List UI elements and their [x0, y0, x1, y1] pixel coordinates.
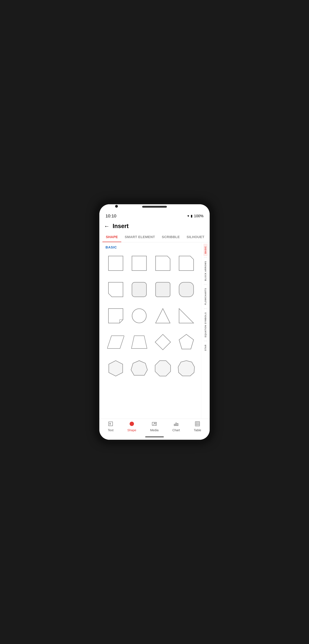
nav-chart-label: Chart: [172, 428, 180, 432]
nav-shape[interactable]: Shape: [127, 421, 136, 432]
side-divider-1: [204, 257, 207, 258]
svg-rect-25: [195, 422, 200, 426]
nav-chart[interactable]: Chart: [172, 421, 180, 432]
shape-octagon[interactable]: [152, 358, 174, 379]
nav-text-label: Text: [108, 428, 114, 432]
shape-right-triangle[interactable]: [176, 305, 197, 327]
svg-rect-0: [108, 256, 123, 270]
shape-rounded-rect-2[interactable]: [152, 279, 174, 300]
chart-icon: [174, 421, 178, 428]
nav-table[interactable]: Table: [194, 421, 201, 432]
shape-nonagon[interactable]: [176, 358, 197, 379]
shape-rounded-rect[interactable]: [128, 279, 150, 300]
shape-triangle[interactable]: [152, 305, 174, 327]
svg-point-18: [130, 422, 134, 426]
tab-silhouette[interactable]: SILHOUET: [183, 232, 208, 242]
nav-media-label: Media: [150, 428, 158, 432]
shape-pentagon[interactable]: [176, 331, 197, 353]
shape-icon: [129, 421, 134, 428]
shape-parallelogram[interactable]: [105, 331, 126, 353]
shape-row-5: [104, 358, 198, 379]
shape-grid: BASIC: [99, 242, 201, 419]
nav-text[interactable]: T Text: [108, 421, 114, 432]
section-basic-label: BASIC: [104, 245, 198, 250]
svg-point-21: [155, 423, 156, 424]
svg-rect-22: [174, 424, 175, 426]
table-icon: [195, 421, 200, 428]
shape-heptagon[interactable]: [128, 358, 150, 379]
svg-rect-4: [179, 282, 194, 297]
svg-rect-1: [132, 256, 146, 270]
nav-media[interactable]: Media: [150, 421, 158, 432]
shape-rectangle-2[interactable]: [128, 252, 150, 274]
svg-rect-2: [132, 282, 146, 297]
svg-marker-7: [179, 308, 194, 323]
phone-frame: 10:10 ▾ ▮ 100% ← Insert SHAPE SMART ELEM…: [96, 202, 212, 442]
back-button[interactable]: ←: [104, 223, 110, 230]
svg-marker-11: [179, 334, 194, 349]
svg-marker-20: [153, 423, 156, 425]
wifi-icon: ▾: [188, 214, 189, 218]
svg-point-5: [132, 309, 146, 323]
media-icon: [152, 421, 157, 428]
side-divider-4: [204, 341, 207, 341]
status-icons: ▾ ▮ 100%: [188, 214, 204, 218]
side-index-equation-symbols[interactable]: EQUATION SYMBOLS: [204, 310, 208, 340]
tab-smart-element[interactable]: SMART ELEMENT: [121, 232, 158, 242]
svg-marker-14: [155, 361, 170, 376]
side-divider-3: [204, 308, 207, 309]
page-title: Insert: [113, 223, 128, 230]
header: ← Insert: [99, 220, 210, 232]
shape-squircle[interactable]: [176, 279, 197, 300]
side-index-basic[interactable]: BASIC: [204, 244, 208, 256]
svg-marker-6: [156, 308, 170, 323]
side-index-flowcharts[interactable]: FLOWCHARTS: [204, 286, 208, 307]
shape-row-4: [104, 331, 198, 353]
phone-inner: 10:10 ▾ ▮ 100% ← Insert SHAPE SMART ELEM…: [99, 204, 210, 440]
svg-marker-13: [131, 361, 148, 375]
battery-text: 100%: [194, 214, 204, 218]
shape-rect-snip-corner[interactable]: [152, 252, 174, 274]
status-time: 10:10: [106, 214, 116, 218]
side-index: BASIC BLOCK ARROWS FLOWCHARTS EQUATION S…: [201, 242, 210, 419]
home-indicator: [145, 436, 164, 437]
tab-scribble[interactable]: SCRIBBLE: [158, 232, 183, 242]
side-divider-2: [204, 284, 207, 284]
shape-circle[interactable]: [128, 305, 150, 327]
shape-snip-bottom-left[interactable]: [105, 279, 126, 300]
battery-icon: ▮: [191, 214, 192, 218]
nav-shape-label: Shape: [127, 428, 136, 432]
speaker: [142, 206, 167, 208]
tabs-bar: SHAPE SMART ELEMENT SCRIBBLE SILHOUET: [99, 232, 210, 242]
shape-row-1: [104, 252, 198, 274]
tab-shape[interactable]: SHAPE: [102, 232, 121, 242]
shape-diamond[interactable]: [152, 331, 174, 353]
shape-rect-snip-corner-2[interactable]: [176, 252, 197, 274]
shape-row-2: [104, 279, 198, 300]
svg-rect-3: [156, 282, 170, 297]
svg-marker-15: [178, 361, 194, 376]
svg-rect-24: [177, 424, 178, 426]
shape-trapezoid[interactable]: [128, 331, 150, 353]
shape-row-3: [104, 305, 198, 327]
text-icon: T: [108, 421, 113, 428]
svg-text:T: T: [109, 422, 111, 426]
svg-marker-12: [109, 361, 123, 376]
content-area: BASIC: [99, 242, 210, 419]
svg-rect-23: [176, 423, 176, 426]
side-index-block-arrows[interactable]: BLOCK ARROWS: [204, 259, 208, 283]
svg-marker-10: [155, 334, 170, 350]
side-index-star[interactable]: STAR: [204, 342, 208, 353]
svg-marker-8: [107, 336, 124, 348]
camera: [115, 205, 118, 208]
shape-rectangle[interactable]: [105, 252, 126, 274]
shape-hexagon[interactable]: [105, 358, 126, 379]
svg-marker-9: [132, 336, 147, 348]
nav-table-label: Table: [194, 428, 201, 432]
shape-folded-corner[interactable]: [105, 305, 126, 327]
